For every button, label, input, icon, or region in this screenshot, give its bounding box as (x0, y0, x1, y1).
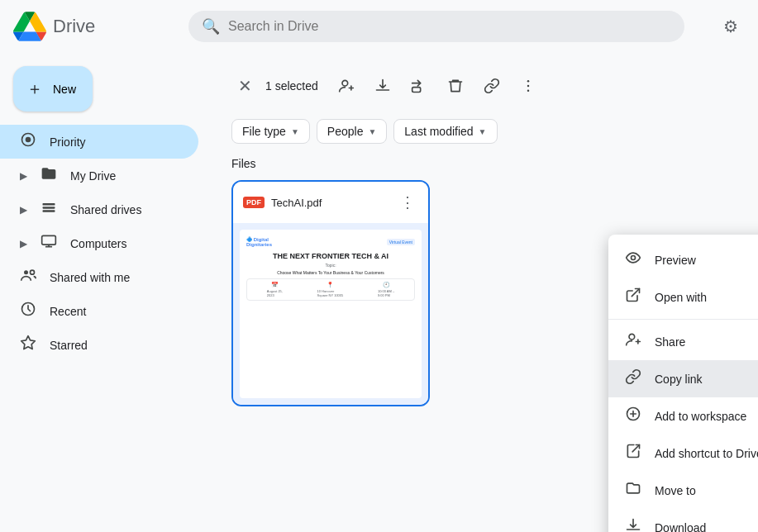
preview-location: 📍 10 HanoverSquare NY 10005 (317, 282, 344, 297)
preview-inner: 🔷 DigitalDignitaries Virtual Event THE N… (240, 230, 422, 398)
sidebar-item-computers[interactable]: ▶ Computers (0, 226, 198, 260)
file-type-filter[interactable]: File type ▼ (231, 119, 310, 144)
calendar-icon: 📅 (271, 282, 279, 288)
menu-item-open-with[interactable]: Open with ▶ (608, 278, 758, 316)
menu-item-copy-link[interactable]: Copy link ↖ (608, 360, 758, 397)
svg-rect-5 (42, 235, 56, 245)
last-modified-filter[interactable]: Last modified ▼ (393, 119, 497, 144)
sidebar-item-starred[interactable]: Starred (0, 328, 198, 362)
search-icon: 🔍 (202, 17, 220, 36)
preview-time: 🕙 10:00 AM –9:00 PM (378, 282, 394, 297)
add-to-workspace-icon (625, 406, 641, 426)
sidebar-item-shared-with-me[interactable]: Shared with me (0, 260, 198, 294)
preview-badge2: Virtual Event (387, 239, 415, 245)
expand-icon-computers: ▶ (20, 238, 27, 249)
move-button[interactable] (404, 71, 434, 101)
preview-topic: Topic: (246, 263, 415, 268)
more-options-button[interactable] (513, 71, 543, 101)
preview-date-text: August 25,2023 (267, 289, 283, 297)
file-name: TechAI.pdf (271, 197, 322, 209)
topbar-right: ⚙ (717, 17, 745, 36)
menu-label-share: Share (655, 335, 758, 349)
svg-point-12 (527, 85, 530, 88)
svg-point-6 (24, 270, 28, 274)
context-menu: Preview Open with ▶ Share Co (608, 235, 758, 532)
menu-label-add-shortcut: Add shortcut to Drive (655, 447, 758, 460)
topbar: Drive 🔍 ⚙ (0, 0, 758, 53)
files-section-title: Files (231, 157, 738, 170)
sidebar-label-computers: Computers (70, 237, 126, 250)
sidebar-label-priority: Priority (50, 135, 86, 149)
menu-label-add-to-workspace: Add to workspace (655, 410, 758, 423)
sidebar-item-priority[interactable]: Priority (0, 125, 198, 159)
new-button[interactable]: ＋ New (13, 66, 93, 112)
file-type-label: File type (242, 125, 286, 138)
preview-time-text: 10:00 AM –9:00 PM (378, 289, 394, 297)
shared-with-me-icon (20, 267, 36, 287)
people-filter[interactable]: People ▼ (317, 119, 388, 144)
priority-icon (20, 131, 36, 152)
sidebar: ＋ New Priority ▶ My Drive ▶ Shared drive… (0, 53, 212, 532)
main-layout: ＋ New Priority ▶ My Drive ▶ Shared drive… (0, 53, 758, 532)
svg-point-11 (527, 80, 530, 83)
svg-point-15 (629, 334, 635, 340)
sidebar-item-shared-drives[interactable]: ▶ Shared drives (0, 192, 198, 226)
pdf-badge: PDF (243, 197, 265, 208)
open-with-menu-icon (625, 287, 641, 307)
preview-main-title: THE NEXT FRONTIER TECH & AI (246, 252, 415, 261)
menu-item-preview[interactable]: Preview (608, 241, 758, 278)
preview-date: 📅 August 25,2023 (267, 282, 283, 297)
add-person-button[interactable] (331, 71, 361, 101)
menu-label-move-to: Move to (655, 484, 758, 497)
menu-item-share[interactable]: Share (608, 323, 758, 360)
drive-logo-icon (13, 10, 46, 43)
menu-label-open-with: Open with (655, 291, 758, 304)
menu-label-preview: Preview (655, 254, 758, 267)
time-icon: 🕙 (383, 282, 390, 288)
file-card-header: PDF TechAI.pdf ⋮ (233, 182, 428, 223)
svg-rect-3 (43, 207, 55, 209)
menu-item-move-to[interactable]: Move to (608, 472, 758, 509)
toolbar: ✕ 1 selected (231, 66, 738, 106)
close-button[interactable]: ✕ (231, 69, 259, 102)
file-card-title-area: PDF TechAI.pdf (243, 197, 322, 209)
file-card-preview: 🔷 DigitalDignitaries Virtual Event THE N… (233, 223, 428, 405)
sidebar-label-starred: Starred (50, 339, 88, 352)
svg-point-13 (527, 90, 530, 93)
menu-item-add-to-workspace[interactable]: Add to workspace ▶ (608, 397, 758, 435)
my-drive-icon (41, 165, 57, 186)
copy-link-button[interactable] (477, 71, 507, 101)
logo-area: Drive (13, 10, 179, 43)
sidebar-item-recent[interactable]: Recent (0, 294, 198, 328)
menu-divider-1 (608, 319, 758, 320)
sidebar-label-shared-drives: Shared drives (70, 203, 141, 216)
svg-point-9 (342, 80, 348, 86)
expand-icon-shared-drives: ▶ (20, 204, 27, 216)
filter-icon[interactable]: ⚙ (717, 11, 745, 42)
last-modified-label: Last modified (404, 125, 473, 138)
preview-header: 🔷 DigitalDignitaries Virtual Event (246, 236, 415, 247)
last-modified-arrow-icon: ▼ (479, 127, 487, 136)
svg-rect-2 (43, 203, 55, 206)
preview-footer: 📅 August 25,2023 📍 10 HanoverSquare NY 1… (246, 278, 415, 301)
people-label: People (327, 125, 364, 138)
menu-item-add-shortcut[interactable]: Add shortcut to Drive (608, 435, 758, 472)
menu-item-download[interactable]: Download (608, 509, 758, 532)
location-icon: 📍 (327, 282, 334, 288)
preview-desc: Choose What Matters To Your Business & Y… (246, 270, 415, 276)
search-bar[interactable]: 🔍 (188, 11, 684, 42)
download-button[interactable] (368, 71, 398, 101)
search-input[interactable] (228, 19, 671, 34)
preview-logo: 🔷 DigitalDignitaries (246, 236, 272, 247)
sidebar-item-my-drive[interactable]: ▶ My Drive (0, 159, 198, 192)
starred-icon (20, 335, 36, 355)
file-card-techAI[interactable]: PDF TechAI.pdf ⋮ 🔷 DigitalDignitaries Vi… (231, 180, 430, 406)
move-to-icon (625, 480, 641, 501)
delete-button[interactable] (441, 71, 470, 101)
filter-row: File type ▼ People ▼ Last modified ▼ (231, 119, 738, 144)
computers-icon (41, 233, 57, 254)
sidebar-label-recent: Recent (50, 305, 86, 318)
file-menu-button[interactable]: ⋮ (397, 190, 418, 215)
file-type-arrow-icon: ▼ (291, 127, 299, 136)
preview-location-text: 10 HanoverSquare NY 10005 (317, 289, 344, 297)
